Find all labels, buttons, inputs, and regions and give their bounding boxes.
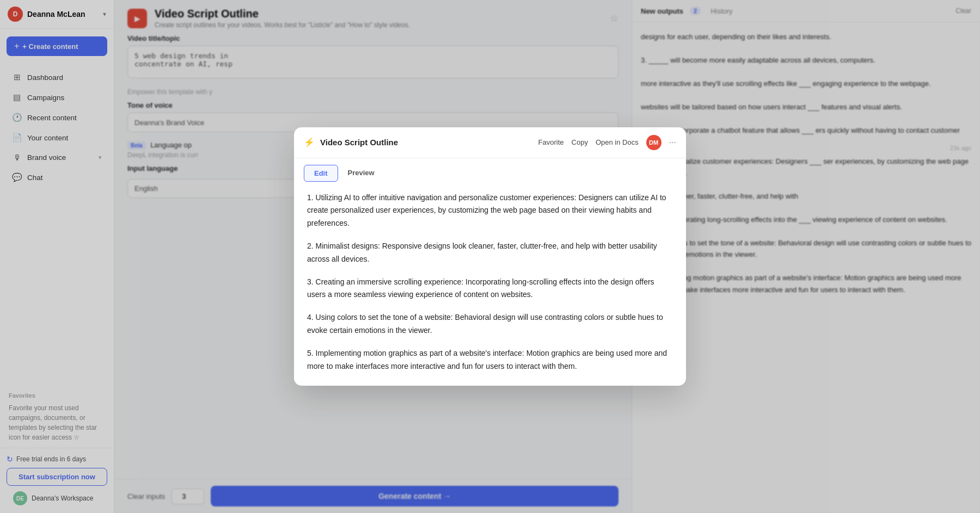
modal-content-item-4: 4. Using colors to set the tone of a web… <box>307 311 673 337</box>
modal-overlay[interactable]: ⚡ Video Script Outline Favorite Copy Ope… <box>0 0 980 513</box>
modal-template-name: Video Script Outline <box>320 138 398 147</box>
template-icon: ⚡ <box>304 137 315 147</box>
tab-preview[interactable]: Preview <box>338 165 384 182</box>
modal-actions: Favorite Copy Open in Docs DM ··· <box>538 135 676 150</box>
modal-body: 1. Utilizing AI to offer intuitive navig… <box>294 182 686 386</box>
more-options-button[interactable]: ··· <box>669 138 676 147</box>
tab-edit[interactable]: Edit <box>304 165 338 182</box>
modal-content-item-2: 2. Minimalist designs: Responsive design… <box>307 240 673 266</box>
modal-content-item-5: 5. Implementing motion graphics as part … <box>307 347 673 373</box>
favorite-button[interactable]: Favorite <box>538 138 564 146</box>
modal-content-item-1: 1. Utilizing AI to offer intuitive navig… <box>307 191 673 230</box>
modal-dialog: ⚡ Video Script Outline Favorite Copy Ope… <box>294 127 686 386</box>
modal-user-avatar: DM <box>646 135 661 150</box>
open-in-docs-button[interactable]: Open in Docs <box>596 138 639 146</box>
modal-topbar: ⚡ Video Script Outline Favorite Copy Ope… <box>294 127 686 158</box>
copy-button[interactable]: Copy <box>572 138 588 146</box>
modal-content-item-3: 3. Creating an immersive scrolling exper… <box>307 276 673 302</box>
modal-tabs: Edit Preview <box>294 158 686 182</box>
